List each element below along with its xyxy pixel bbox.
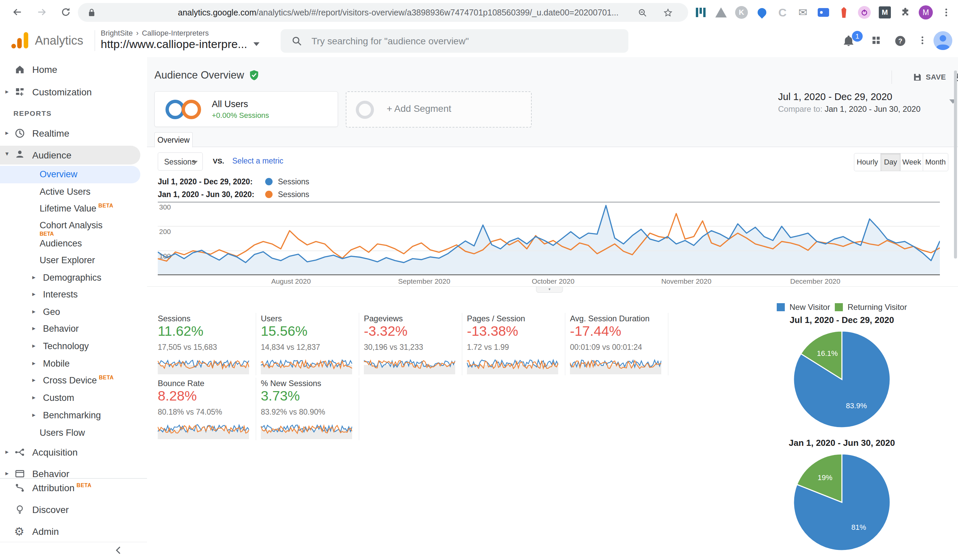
browser-forward-icon[interactable] xyxy=(36,7,48,18)
sidebar-item-geo[interactable]: ▸Geo xyxy=(0,303,147,320)
x-axis-month-label: October 2020 xyxy=(526,277,580,286)
sidebar-item-demographics[interactable]: ▸Demographics xyxy=(0,269,147,286)
granularity-month[interactable]: Month xyxy=(923,153,948,171)
segment-all-users[interactable]: All Users +0.00% Sessions xyxy=(154,91,338,127)
sidebar-collapse-icon[interactable] xyxy=(113,544,128,558)
sidebar-item-admin[interactable]: ⚙Admin xyxy=(0,523,147,541)
expand-caret-icon[interactable]: ▾ xyxy=(5,150,9,157)
page-scrollbar-thumb[interactable] xyxy=(954,70,957,259)
save-button[interactable]: SAVE xyxy=(913,71,946,83)
metric-divider xyxy=(462,313,462,375)
x-axis-month-label: December 2020 xyxy=(788,277,842,286)
svg-text:19%: 19% xyxy=(818,473,833,482)
granularity-hourly[interactable]: Hourly xyxy=(854,153,881,171)
expand-caret-icon[interactable]: ▸ xyxy=(5,448,9,455)
lighthouse-extension-icon[interactable] xyxy=(836,4,852,21)
granularity-week[interactable]: Week xyxy=(900,153,923,171)
chart-collapse-handle[interactable]: ▾ xyxy=(536,287,563,293)
legend-period: Jan 1, 2020 - Jun 30, 2020: xyxy=(158,190,255,199)
sidebar-item-label: Benchmarking xyxy=(43,410,101,421)
granularity-day[interactable]: Day xyxy=(880,153,901,171)
expand-caret-icon[interactable]: ▸ xyxy=(32,393,36,401)
sidebar-item-interests[interactable]: ▸Interests xyxy=(0,286,147,303)
sidebar-item-active-users[interactable]: Active Users xyxy=(0,183,147,200)
power-extension-icon[interactable] xyxy=(856,4,872,21)
browser-back-icon[interactable] xyxy=(12,7,24,18)
apps-grid-icon[interactable] xyxy=(871,35,883,47)
expand-caret-icon[interactable]: ▸ xyxy=(32,376,36,384)
expand-caret-icon[interactable]: ▸ xyxy=(32,273,36,281)
property-selector[interactable]: http://www.calliope-interpre... xyxy=(101,38,260,51)
y-axis-tick: 300 xyxy=(159,203,171,211)
extensions-puzzle-icon[interactable] xyxy=(897,4,914,21)
sidebar-item-discover[interactable]: Discover xyxy=(0,501,147,519)
browser-menu-icon[interactable] xyxy=(938,4,954,21)
expand-caret-icon[interactable]: ▸ xyxy=(32,290,36,298)
metric-label: Pages / Session xyxy=(467,314,525,323)
pie-title-compare: Jan 1, 2020 - Jun 30, 2020 xyxy=(748,438,936,448)
sidebar-item-behavior[interactable]: ▸Behavior xyxy=(0,320,147,337)
panel-bars-extension-icon[interactable] xyxy=(693,4,709,21)
metric-card-pages-session: Pages / Session-13.38%1.72 vs 1.99 xyxy=(467,314,561,374)
expand-caret-icon[interactable]: ▸ xyxy=(5,87,9,95)
sidebar-item-technology[interactable]: ▸Technology xyxy=(0,338,147,355)
metric-selector-dropdown[interactable]: Sessions xyxy=(158,152,203,171)
search-input[interactable] xyxy=(311,29,614,53)
help-icon[interactable]: ? xyxy=(894,35,906,47)
sidebar-item-audiences[interactable]: Audiences xyxy=(0,235,147,252)
sidebar-item-customization[interactable]: ▸Customization xyxy=(0,84,147,101)
profile-avatar-m[interactable]: M xyxy=(918,4,934,21)
segment-name: All Users xyxy=(212,99,248,109)
sidebar-item-audience[interactable]: ▾Audience xyxy=(0,146,140,165)
sidebar-item-realtime[interactable]: ▸Realtime xyxy=(0,125,147,142)
dropdown-caret-icon xyxy=(192,161,198,164)
expand-caret-icon[interactable]: ▸ xyxy=(32,359,36,367)
browser-reload-icon[interactable] xyxy=(60,7,72,18)
sidebar-item-cross-device[interactable]: ▸Cross DeviceBETA xyxy=(0,372,147,389)
mail-extension-icon[interactable]: ✉ xyxy=(795,4,811,21)
expand-caret-icon[interactable]: ▸ xyxy=(32,411,36,419)
expand-caret-icon[interactable]: ▸ xyxy=(5,470,9,477)
date-range-selector[interactable]: Jul 1, 2020 - Dec 29, 2020 Compare to: J… xyxy=(778,91,946,114)
product-name: Analytics xyxy=(35,33,83,48)
sidebar-item-acquisition[interactable]: ▸Acquisition xyxy=(0,444,147,461)
add-segment-button[interactable]: + Add Segment xyxy=(346,91,532,128)
expand-caret-icon[interactable]: ▸ xyxy=(32,308,36,315)
expand-caret-icon[interactable]: ▸ xyxy=(32,324,36,332)
sidebar-item-benchmarking[interactable]: ▸Benchmarking xyxy=(0,407,147,424)
breadcrumb[interactable]: BrightSite›Calliope-Interpreters xyxy=(101,29,209,38)
metric-detail: 30,196 vs 31,233 xyxy=(364,343,423,352)
expand-caret-icon[interactable]: ▸ xyxy=(32,342,36,349)
metric-label: Pageviews xyxy=(364,314,403,323)
sidebar-item-label: Overview xyxy=(40,169,78,179)
sidebar-item-label: Custom xyxy=(43,393,74,403)
map-pin-extension-icon[interactable] xyxy=(754,4,770,21)
search-bar[interactable] xyxy=(281,29,628,53)
sidebar-item-users-flow[interactable]: Users Flow xyxy=(0,424,147,441)
tab-overview[interactable]: Overview xyxy=(154,132,193,148)
tag-extension-icon[interactable] xyxy=(815,4,831,21)
overflow-menu-icon[interactable] xyxy=(917,35,929,47)
zoom-out-icon[interactable] xyxy=(638,8,647,19)
metric-divider xyxy=(668,313,668,375)
analytics-logo-icon[interactable] xyxy=(10,31,30,51)
sidebar-item-lifetime-value[interactable]: Lifetime ValueBETA xyxy=(0,200,147,217)
sidebar-item-home[interactable]: Home xyxy=(0,61,147,79)
sidebar-item-overview[interactable]: Overview xyxy=(0,166,140,183)
address-bar[interactable]: analytics.google.com/analytics/web/#/rep… xyxy=(78,3,688,22)
metric-label: Users xyxy=(261,314,282,323)
metric-divider xyxy=(359,378,359,440)
drive-extension-icon[interactable] xyxy=(713,4,729,21)
sidebar-item-custom[interactable]: ▸Custom xyxy=(0,389,147,406)
expand-caret-icon[interactable]: ▸ xyxy=(5,129,9,136)
mono-m-extension-icon[interactable]: M xyxy=(877,4,893,21)
sidebar-item-attribution[interactable]: AttributionBETA xyxy=(0,479,147,497)
sidebar-item-mobile[interactable]: ▸Mobile xyxy=(0,355,147,372)
select-metric-link[interactable]: Select a metric xyxy=(232,157,283,165)
keeper-extension-icon[interactable]: K xyxy=(733,4,750,21)
clip-extension-icon[interactable]: C xyxy=(774,4,790,21)
bookmark-star-icon[interactable] xyxy=(663,8,673,19)
user-avatar[interactable] xyxy=(933,31,953,52)
sidebar-item-user-explorer[interactable]: User Explorer xyxy=(0,252,147,268)
acquisition-icon xyxy=(14,447,26,458)
